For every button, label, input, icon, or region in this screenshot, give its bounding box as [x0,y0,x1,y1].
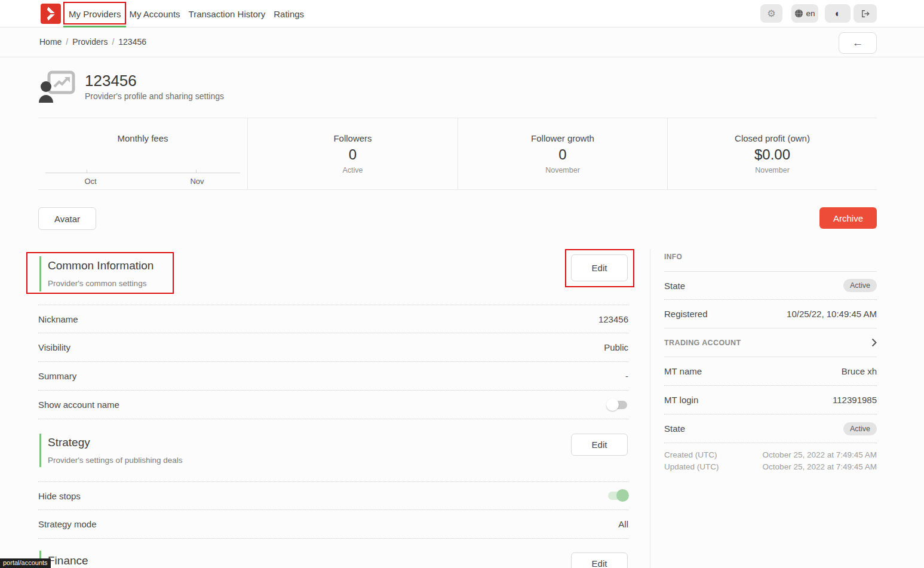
strategy-title: Strategy [48,436,90,449]
active-tab-underline [63,26,126,27]
annotation-box-nav [63,2,126,24]
finance-title: Finance [48,554,88,567]
status-badge: Active [843,279,877,292]
stats-row: Monthly fees Oct Nov Followers 0 Active … [38,118,877,190]
breadcrumb-providers[interactable]: Providers [72,37,108,47]
hide-stops-toggle[interactable] [608,492,627,500]
trading-account-label: TRADING ACCOUNT [664,339,741,347]
info-label: MT login [664,395,698,405]
stat-caption: November [668,166,877,174]
content-sidebar-divider [650,249,650,568]
link-preview-statusbar: portal/accounts [0,558,51,568]
axis-tick [196,170,197,173]
contrast-icon: ◐ [835,9,841,19]
chevron-right-icon [871,338,877,347]
stat-caption: November [458,166,667,174]
field-row-visibility: Visibility Public [38,333,628,362]
stat-title: Follower growth [458,133,667,143]
stat-caption: Active [248,166,458,174]
breadcrumb: Home / Providers / 123456 [39,37,146,47]
section-accent-bar [39,256,41,291]
info-row-registered: Registered 10/25/22, 10:49:45 AM [664,300,877,328]
field-label: Strategy mode [38,519,97,529]
created-line: Created (UTC) October 25, 2022 at 7:49:4… [664,449,877,461]
logout-icon [861,10,870,18]
breadcrumb-separator: / [112,37,114,47]
field-label: Hide stops [38,491,81,501]
locale-label: en [806,9,815,18]
info-value: Bruce xh [842,366,877,376]
common-information-title: Common Information [48,259,154,272]
nav-item-my-accounts[interactable]: My Accounts [130,0,180,27]
field-label: Summary [38,371,76,381]
show-account-name-toggle[interactable] [608,401,627,409]
page-title: 123456 [85,72,137,90]
stat-title: Followers [248,133,458,143]
info-row-mt-name: MT name Bruce xh [664,357,877,386]
finance-edit-button[interactable]: Edit [571,552,628,568]
field-value: - [625,371,628,381]
common-information-edit-button[interactable]: Edit [571,254,628,281]
field-value: Public [604,342,628,352]
main-nav: My Providers My Accounts Transaction His… [69,0,304,27]
meta-label: Created (UTC) [664,449,717,461]
stat-title: Monthly fees [38,133,247,143]
field-row-summary: Summary - [38,362,628,391]
field-value: All [618,519,628,529]
info-label: State [664,281,685,291]
language-button[interactable]: en [791,4,818,23]
info-value: 112391985 [833,395,877,405]
info-label: Registered [664,309,708,319]
strategy-edit-button[interactable]: Edit [571,434,628,456]
page-subtitle: Provider's profile and sharing settings [85,91,224,101]
stat-value: 0 [458,146,667,163]
gear-icon: ⚙ [767,9,775,19]
axis-tick [87,170,87,173]
archive-button[interactable]: Archive [819,207,877,229]
stat-card-monthly-fees: Monthly fees Oct Nov [38,118,247,189]
status-badge: Active [843,422,877,435]
axis-tick-label: Oct [84,177,96,186]
strategy-subtitle: Provider's settings of publishing deals [48,456,182,465]
stat-card-follower-growth: Follower growth 0 November [458,118,667,189]
trading-account-header[interactable]: TRADING ACCOUNT [664,328,877,357]
info-row-ta-state: State Active [664,415,877,443]
logout-button[interactable] [854,4,877,23]
info-panel-heading: INFO [664,253,682,261]
brand-logo[interactable] [41,4,61,24]
nav-item-my-providers[interactable]: My Providers [69,0,121,27]
meta-value: October 25, 2022 at 7:49:45 AM [763,461,877,473]
timestamps-block: Created (UTC) October 25, 2022 at 7:49:4… [664,449,877,473]
monthly-fees-chart-axis [45,173,240,173]
breadcrumb-home[interactable]: Home [39,37,62,47]
field-row-hide-stops: Hide stops [38,481,628,510]
theme-toggle-button[interactable]: ◐ [825,4,851,23]
nav-item-label: Ratings [274,9,304,19]
settings-button[interactable]: ⚙ [760,4,782,23]
breadcrumb-current: 123456 [118,37,146,47]
back-arrow-icon: ← [852,36,864,50]
field-row-show-account-name: Show account name [38,391,628,419]
info-label: MT name [664,366,702,376]
updated-line: Updated (UTC) October 25, 2022 at 7:49:4… [664,461,877,473]
brand-logo-icon [43,6,59,22]
stat-card-closed-profit: Closed profit (own) $0.00 November [667,118,877,189]
provider-avatar-icon [38,70,75,103]
field-label: Visibility [38,342,70,352]
info-row-mt-login: MT login 112391985 [664,386,877,415]
field-value: 123456 [598,314,628,324]
nav-item-ratings[interactable]: Ratings [274,0,304,27]
toggle-knob [616,489,629,502]
globe-icon [794,9,803,18]
info-value: 10/25/22, 10:49:45 AM [787,309,877,319]
provider-profile-page: My Providers My Accounts Transaction His… [0,0,924,568]
stat-title: Closed profit (own) [668,133,877,143]
field-row-nickname: Nickname 123456 [38,305,628,333]
avatar-button[interactable]: Avatar [38,207,96,230]
breadcrumb-separator: / [66,37,68,47]
info-row-state: State Active [664,272,877,300]
nav-item-transaction-history[interactable]: Transaction History [189,0,266,27]
section-accent-bar [39,434,41,467]
back-button[interactable]: ← [839,32,877,54]
info-label: State [664,423,685,434]
